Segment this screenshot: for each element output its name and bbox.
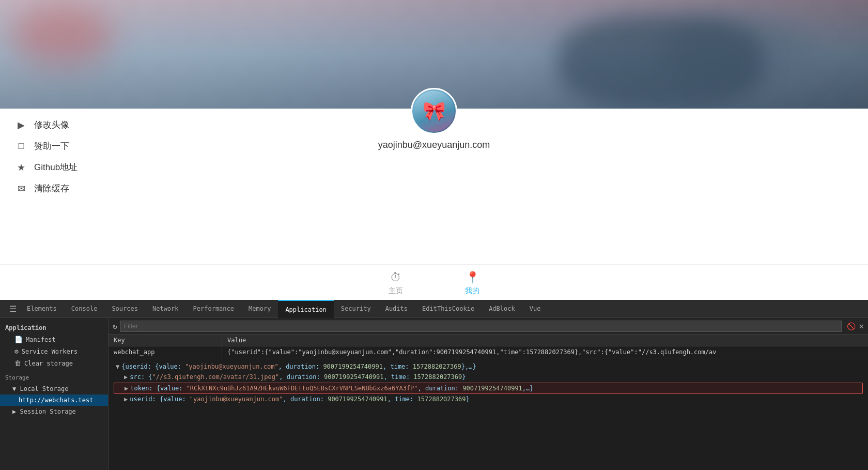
json-src-label: src: {"//s3.qiufengh.com/avatar/31.jpeg"…	[130, 372, 466, 382]
session-storage-label: Session Storage	[20, 408, 75, 415]
github-icon: ★	[16, 162, 27, 173]
manifest-label: Manifest	[26, 336, 56, 343]
json-token-label: token: {value: "RCkXtNXc9uBhJz61A9ZHEkvu…	[130, 383, 533, 393]
session-storage-arrow: ▶	[12, 408, 20, 415]
json-root-label: {userid: {value: "yaojinbu@xueyuanjun.co…	[121, 361, 476, 372]
sidebar-item-manifest[interactable]: 📄 Manifest	[0, 333, 108, 345]
devtools-tabs: ☰ Elements Console Sources Network Perfo…	[0, 300, 868, 318]
devtools-body: Application 📄 Manifest ⚙ Service Workers…	[0, 318, 868, 470]
menu-item-github[interactable]: ★ Github地址	[16, 161, 78, 173]
filter-bar: 🚫 ✕	[109, 318, 868, 335]
github-label: Github地址	[34, 161, 78, 173]
tab-vue[interactable]: Vue	[522, 300, 548, 318]
webchats-test-label: http://webchats.test	[19, 397, 94, 404]
filter-delete-button[interactable]: ✕	[859, 321, 864, 331]
userid-expand-icon[interactable]: ▶	[124, 394, 128, 404]
banner-decoration-1	[10, 5, 114, 67]
filter-input[interactable]	[120, 321, 842, 332]
tab-memory[interactable]: Memory	[241, 300, 278, 318]
td-value-webchat-app: {"userid":{"value":"yaojinbu@xueyuanjun.…	[222, 346, 868, 358]
local-storage-label: Local Storage	[20, 385, 68, 392]
clear-storage-icon: 🗑	[14, 359, 21, 367]
mine-label: 我的	[465, 286, 479, 296]
filter-clear-button[interactable]: 🚫	[847, 322, 856, 330]
json-tree: ▼ {userid: {value: "yaojinbu@xueyuanjun.…	[109, 358, 868, 408]
tab-application[interactable]: Application	[278, 300, 333, 318]
tab-console[interactable]: Console	[64, 300, 105, 318]
menu-item-donate[interactable]: □ 赞助一下	[16, 140, 78, 152]
json-root[interactable]: ▼ {userid: {value: "yaojinbu@xueyuanjun.…	[114, 361, 863, 372]
clear-cache-label: 清除缓存	[34, 183, 69, 194]
json-userid-row[interactable]: ▶ userid: {value: "yaojinbu@xueyuanjun.c…	[114, 394, 863, 404]
bottom-nav: ⏱ 主页 📍 我的	[0, 264, 868, 300]
profile-email: yaojinbu@xueyuanjun.com	[378, 140, 490, 150]
nav-mine[interactable]: 📍 我的	[465, 271, 479, 296]
sidebar-local-storage[interactable]: ▼ Local Storage	[0, 383, 108, 395]
nav-home[interactable]: ⏱ 主页	[389, 271, 403, 296]
json-userid-label: userid: {value: "yaojinbu@xueyuanjun.com…	[130, 394, 469, 404]
tab-security[interactable]: Security	[334, 300, 378, 318]
tab-adblock[interactable]: AdBlock	[482, 300, 522, 318]
sidebar-item-service-workers[interactable]: ⚙ Service Workers	[0, 345, 108, 357]
tab-editthiscookie[interactable]: EditThisCookie	[415, 300, 482, 318]
column-key: Key	[109, 335, 222, 346]
menu-items: ▶ 修改头像 □ 赞助一下 ★ Github地址 ✉ 清除缓存	[16, 119, 78, 194]
devtools-panel: ☰ Elements Console Sources Network Perfo…	[0, 300, 868, 470]
clear-cache-icon: ✉	[16, 183, 27, 194]
clear-storage-label: Clear storage	[24, 360, 73, 367]
service-workers-icon: ⚙	[14, 347, 19, 355]
column-value: Value	[222, 335, 868, 346]
refresh-button[interactable]	[113, 322, 117, 331]
devtools-main: 🚫 ✕ Key Value webchat_app {"userid":{"va…	[109, 318, 868, 470]
src-expand-icon[interactable]: ▶	[124, 372, 128, 382]
table-header: Key Value	[109, 335, 868, 346]
menu-item-clear-cache[interactable]: ✉ 清除缓存	[16, 183, 78, 194]
home-icon: ⏱	[390, 271, 401, 284]
devtools-menu-icon[interactable]: ☰	[6, 302, 20, 315]
token-expand-icon[interactable]: ▶	[125, 383, 128, 393]
sidebar-session-storage[interactable]: ▶ Session Storage	[0, 406, 108, 417]
json-src-row[interactable]: ▶ src: {"//s3.qiufengh.com/avatar/31.jpe…	[114, 372, 863, 382]
td-key-webchat-app: webchat_app	[109, 346, 222, 358]
tab-elements[interactable]: Elements	[20, 300, 64, 318]
sidebar-section-application: Application	[0, 322, 108, 333]
donate-icon: □	[16, 141, 27, 151]
avatar-emoji: 🎀	[423, 100, 446, 122]
manifest-icon: 📄	[14, 336, 23, 343]
sidebar-webchats-test[interactable]: http://webchats.test	[0, 395, 108, 406]
tab-performance[interactable]: Performance	[186, 300, 241, 318]
banner-decoration-3	[558, 16, 765, 109]
change-avatar-label: 修改头像	[34, 119, 69, 131]
table-row[interactable]: webchat_app {"userid":{"value":"yaojinbu…	[109, 346, 868, 358]
app-container: 🎀 yaojinbu@xueyuanjun.com ▶ 修改头像 □ 赞助一下 …	[0, 0, 868, 300]
tab-audits[interactable]: Audits	[378, 300, 415, 318]
donate-label: 赞助一下	[34, 140, 69, 152]
tab-network[interactable]: Network	[145, 300, 186, 318]
mine-icon: 📍	[466, 271, 479, 284]
service-workers-label: Service Workers	[22, 348, 78, 355]
devtools-sidebar: Application 📄 Manifest ⚙ Service Workers…	[0, 318, 109, 470]
change-avatar-icon: ▶	[16, 119, 27, 131]
avatar-wrapper: 🎀	[411, 88, 457, 134]
tab-sources[interactable]: Sources	[104, 300, 145, 318]
menu-item-change-avatar[interactable]: ▶ 修改头像	[16, 119, 78, 131]
avatar: 🎀	[411, 88, 457, 134]
storage-section-label: Storage	[0, 372, 108, 383]
sidebar-item-clear-storage[interactable]: 🗑 Clear storage	[0, 357, 108, 369]
profile-section: 🎀 yaojinbu@xueyuanjun.com	[0, 109, 868, 150]
home-label: 主页	[389, 286, 403, 296]
avatar-inner: 🎀	[413, 90, 455, 132]
root-expand-icon[interactable]: ▼	[116, 361, 119, 372]
local-storage-arrow: ▼	[12, 385, 20, 392]
json-token-row[interactable]: ▶ token: {value: "RCkXtNXc9uBhJz61A9ZHEk…	[114, 383, 863, 394]
